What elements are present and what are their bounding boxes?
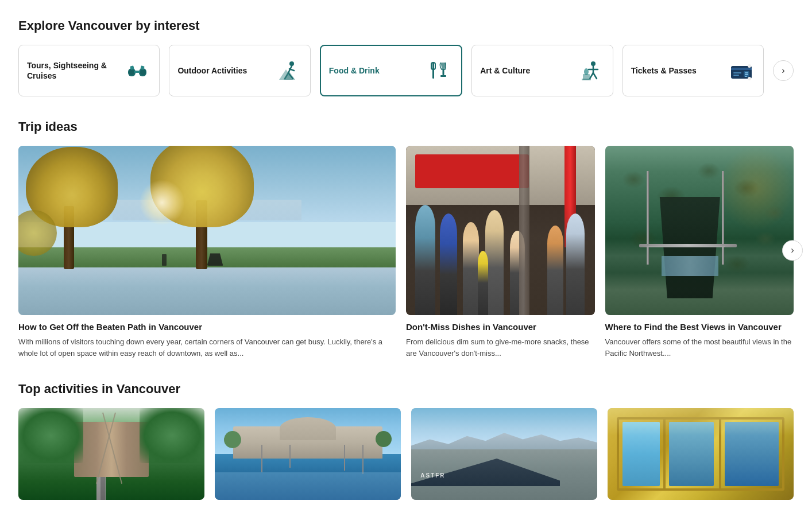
category-label-tours: Tours, Sightseeing & Cruises	[27, 60, 123, 81]
svg-rect-28	[733, 72, 741, 73]
svg-rect-24	[582, 79, 591, 80]
activity-card-image-boat	[608, 408, 794, 500]
trip-card-image-dishes	[406, 146, 595, 315]
activities-cards-row: ASTFR	[18, 408, 794, 500]
trip-ideas-section: Trip ideas	[18, 119, 794, 359]
activity-card-aerial[interactable]: ASTFR	[411, 408, 597, 500]
trip-card-desc-beaten-path: With millions of visitors touching down …	[18, 336, 396, 359]
food-drink-icon	[426, 57, 453, 84]
activity-card-marina[interactable]	[215, 408, 401, 500]
category-card-tickets[interactable]: Tickets & Passes	[622, 45, 764, 96]
trip-card-image-beaten-path	[18, 146, 396, 315]
chevron-right-icon: ›	[782, 65, 784, 76]
category-label-food: Food & Drink	[329, 65, 426, 76]
svg-rect-16	[443, 69, 444, 75]
activity-card-image-aerial: ASTFR	[411, 408, 597, 500]
svg-point-30	[748, 64, 751, 68]
explore-section-title: Explore Vancouver by interest	[18, 18, 794, 33]
hiking-icon	[274, 57, 302, 84]
activity-card-image-bridge	[18, 408, 204, 500]
top-activities-title: Top activities in Vancouver	[18, 382, 794, 397]
trip-cards-row: How to Get Off the Beaten Path in Vancou…	[18, 146, 794, 359]
activity-card-boat[interactable]	[608, 408, 794, 500]
art-culture-icon	[577, 57, 605, 84]
svg-point-25	[584, 68, 589, 75]
activity-card-image-marina	[215, 408, 401, 500]
categories-row: Tours, Sightseeing & Cruises Outdoor Act…	[18, 45, 794, 96]
top-activities-section: Top activities in Vancouver	[18, 382, 794, 500]
category-card-food[interactable]: Food & Drink	[320, 45, 462, 96]
chevron-right-icon: ›	[791, 245, 794, 255]
trip-card-desc-views: Vancouver offers some of the most beauti…	[605, 336, 794, 359]
trip-ideas-next-button[interactable]: ›	[782, 240, 803, 261]
trip-ideas-title: Trip ideas	[18, 119, 794, 134]
tickets-passes-icon	[728, 57, 755, 84]
svg-point-3	[129, 69, 134, 75]
trip-card-title-dishes: Don't-Miss Dishes in Vancouver	[406, 322, 595, 332]
svg-point-4	[140, 69, 146, 75]
trip-card-title-views: Where to Find the Best Views in Vancouve…	[605, 322, 794, 332]
trip-card-views[interactable]: Where to Find the Best Views in Vancouve…	[605, 146, 794, 359]
category-label-art: Art & Culture	[480, 65, 577, 76]
category-card-art[interactable]: Art & Culture	[471, 45, 613, 96]
category-card-outdoor[interactable]: Outdoor Activities	[169, 45, 310, 96]
category-label-outdoor: Outdoor Activities	[177, 65, 274, 76]
svg-rect-27	[731, 68, 752, 70]
svg-line-21	[590, 73, 593, 79]
category-label-tickets: Tickets & Passes	[631, 65, 728, 76]
category-card-tours[interactable]: Tours, Sightseeing & Cruises	[18, 45, 160, 96]
trip-card-title-beaten-path: How to Get Off the Beaten Path in Vancou…	[18, 322, 396, 332]
svg-rect-34	[745, 74, 748, 75]
trip-card-beaten-path[interactable]: How to Get Off the Beaten Path in Vancou…	[18, 146, 396, 359]
trip-card-desc-dishes: From delicious dim sum to give-me-more s…	[406, 336, 595, 359]
svg-rect-29	[733, 75, 739, 76]
svg-rect-14	[432, 63, 434, 79]
activity-card-bridge[interactable]	[18, 408, 204, 500]
svg-line-22	[593, 73, 597, 79]
binoculars-icon	[123, 57, 151, 84]
svg-point-31	[748, 77, 751, 80]
trip-card-dishes[interactable]: Don't-Miss Dishes in Vancouver From deli…	[406, 146, 595, 359]
svg-rect-35	[745, 76, 747, 77]
svg-rect-2	[134, 71, 140, 73]
svg-rect-33	[745, 72, 748, 73]
trip-card-image-views	[605, 146, 794, 315]
categories-next-button[interactable]: ›	[773, 60, 794, 81]
svg-rect-17	[440, 75, 446, 77]
